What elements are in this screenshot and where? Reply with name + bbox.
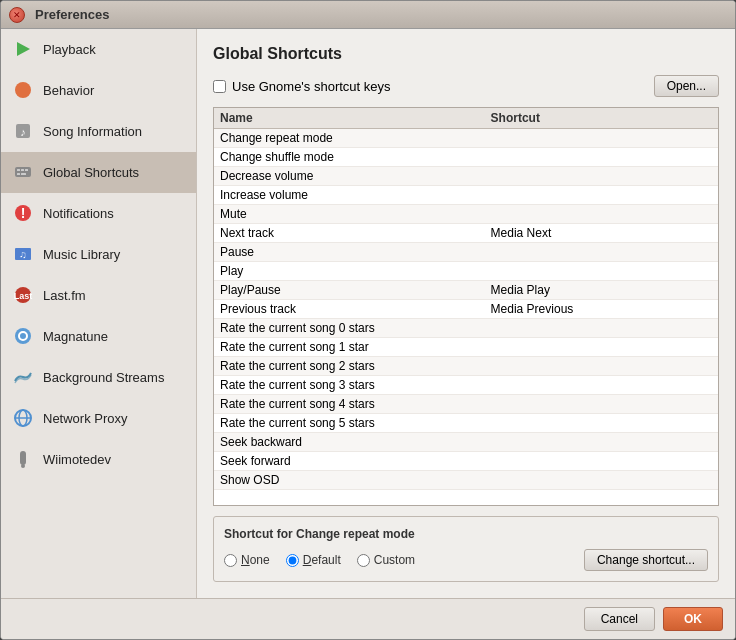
table-row[interactable]: Rate the current song 4 stars (214, 395, 718, 414)
option-custom: Custom (357, 553, 415, 567)
table-row[interactable]: Seek backward (214, 433, 718, 452)
background-streams-icon (11, 365, 35, 389)
row-name: Show OSD (220, 473, 491, 487)
row-name: Rate the current song 1 star (220, 340, 491, 354)
row-name: Pause (220, 245, 491, 259)
table-row[interactable]: Increase volume (214, 186, 718, 205)
song-information-icon: ♪ (11, 119, 35, 143)
svg-rect-8 (17, 173, 20, 175)
svg-marker-0 (17, 42, 30, 56)
radio-custom[interactable] (357, 554, 370, 567)
panel-title: Global Shortcuts (213, 45, 719, 63)
row-name: Rate the current song 3 stars (220, 378, 491, 392)
row-shortcut (491, 378, 712, 392)
svg-point-22 (21, 464, 25, 468)
row-shortcut (491, 340, 712, 354)
open-button[interactable]: Open... (654, 75, 719, 97)
sidebar-item-notifications[interactable]: !Notifications (1, 193, 196, 234)
preferences-window: ✕ Preferences PlaybackBehavior♪Song Info… (0, 0, 736, 640)
table-row[interactable]: Show OSD (214, 471, 718, 490)
shortcut-section-title: Shortcut for Change repeat mode (224, 527, 708, 541)
table-row[interactable]: Rate the current song 3 stars (214, 376, 718, 395)
row-shortcut: Media Previous (491, 302, 712, 316)
sidebar-item-wiimotedev[interactable]: Wiimotedev (1, 439, 196, 480)
row-shortcut (491, 264, 712, 278)
row-name: Play (220, 264, 491, 278)
table-row[interactable]: Rate the current song 5 stars (214, 414, 718, 433)
magnatune-icon (11, 324, 35, 348)
table-body[interactable]: Change repeat modeChange shuffle modeDec… (214, 129, 718, 505)
option-default: Default (286, 553, 341, 567)
row-name: Rate the current song 5 stars (220, 416, 491, 430)
radio-none[interactable] (224, 554, 237, 567)
row-shortcut (491, 131, 712, 145)
music-library-label: Music Library (43, 247, 120, 262)
table-row[interactable]: Mute (214, 205, 718, 224)
row-name: Rate the current song 2 stars (220, 359, 491, 373)
sidebar-item-song-information[interactable]: ♪Song Information (1, 111, 196, 152)
table-row[interactable]: Change repeat mode (214, 129, 718, 148)
sidebar-item-magnatune[interactable]: Magnatune (1, 316, 196, 357)
table-row[interactable]: Play/PauseMedia Play (214, 281, 718, 300)
svg-text:♪: ♪ (20, 126, 26, 138)
row-shortcut (491, 188, 712, 202)
lastfm-label: Last.fm (43, 288, 86, 303)
row-shortcut (491, 150, 712, 164)
svg-text:♫: ♫ (19, 249, 27, 260)
close-icon: ✕ (13, 10, 21, 20)
table-row[interactable]: Pause (214, 243, 718, 262)
ok-button[interactable]: OK (663, 607, 723, 631)
global-shortcuts-icon (11, 160, 35, 184)
gnome-shortcut-checkbox[interactable] (213, 80, 226, 93)
table-row[interactable]: Seek forward (214, 452, 718, 471)
row-shortcut: Media Play (491, 283, 712, 297)
cancel-button[interactable]: Cancel (584, 607, 655, 631)
svg-rect-9 (21, 173, 26, 175)
svg-rect-4 (15, 167, 31, 177)
change-shortcut-button[interactable]: Change shortcut... (584, 549, 708, 571)
table-row[interactable]: Play (214, 262, 718, 281)
close-button[interactable]: ✕ (9, 7, 25, 23)
content-area: PlaybackBehavior♪Song InformationGlobal … (1, 29, 735, 598)
row-name: Change shuffle mode (220, 150, 491, 164)
table-row[interactable]: Rate the current song 1 star (214, 338, 718, 357)
titlebar: ✕ Preferences (1, 1, 735, 29)
lastfm-icon: Last (11, 283, 35, 307)
sidebar-item-network-proxy[interactable]: Network Proxy (1, 398, 196, 439)
sidebar-item-behavior[interactable]: Behavior (1, 70, 196, 111)
row-name: Seek backward (220, 435, 491, 449)
playback-label: Playback (43, 42, 96, 57)
shortcut-section: Shortcut for Change repeat mode None Def… (213, 516, 719, 582)
svg-point-16 (15, 328, 31, 344)
row-name: Rate the current song 0 stars (220, 321, 491, 335)
table-row[interactable]: Rate the current song 2 stars (214, 357, 718, 376)
radio-default[interactable] (286, 554, 299, 567)
sidebar-item-music-library[interactable]: ♫Music Library (1, 234, 196, 275)
col-shortcut-header: Shortcut (491, 111, 712, 125)
svg-text:Last: Last (14, 291, 33, 301)
table-row[interactable]: Next trackMedia Next (214, 224, 718, 243)
sidebar-item-playback[interactable]: Playback (1, 29, 196, 70)
sidebar: PlaybackBehavior♪Song InformationGlobal … (1, 29, 197, 598)
svg-rect-21 (20, 451, 26, 465)
row-name: Rate the current song 4 stars (220, 397, 491, 411)
row-shortcut: Media Next (491, 226, 712, 240)
row-shortcut (491, 321, 712, 335)
shortcut-options: None Default Custom Change shortcut... (224, 549, 708, 571)
table-row[interactable]: Previous trackMedia Previous (214, 300, 718, 319)
sidebar-item-background-streams[interactable]: Background Streams (1, 357, 196, 398)
table-row[interactable]: Rate the current song 0 stars (214, 319, 718, 338)
table-row[interactable]: Decrease volume (214, 167, 718, 186)
gnome-shortcut-row: Use Gnome's shortcut keys Open... (213, 75, 719, 97)
network-proxy-label: Network Proxy (43, 411, 128, 426)
bottom-bar: Cancel OK (1, 598, 735, 639)
table-row[interactable]: Change shuffle mode (214, 148, 718, 167)
notifications-label: Notifications (43, 206, 114, 221)
table-header: Name Shortcut (214, 108, 718, 129)
window-title: Preferences (35, 7, 109, 22)
svg-text:!: ! (21, 205, 26, 221)
row-name: Decrease volume (220, 169, 491, 183)
sidebar-item-global-shortcuts[interactable]: Global Shortcuts (1, 152, 196, 193)
sidebar-item-lastfm[interactable]: LastLast.fm (1, 275, 196, 316)
global-shortcuts-label: Global Shortcuts (43, 165, 139, 180)
